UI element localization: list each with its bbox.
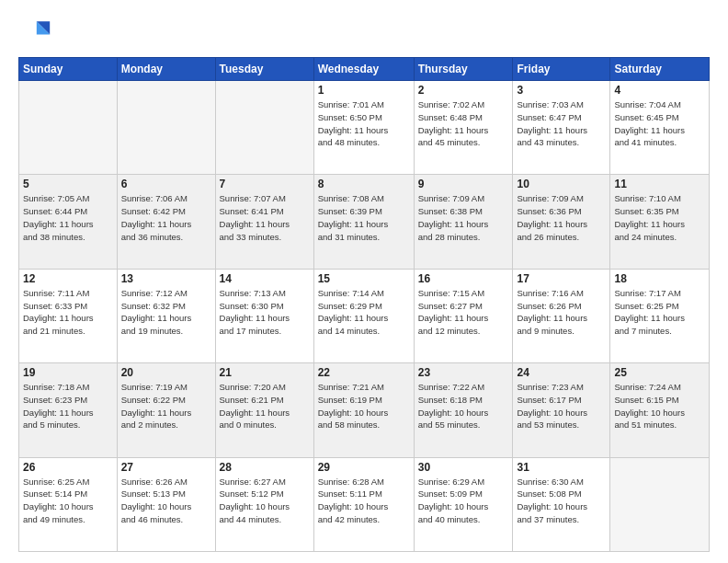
calendar-week-row: 1Sunrise: 7:01 AMSunset: 6:50 PMDaylight… [19, 81, 710, 175]
day-info: Sunrise: 7:15 AMSunset: 6:27 PMDaylight:… [418, 287, 509, 338]
calendar-cell: 17Sunrise: 7:16 AMSunset: 6:26 PMDayligh… [513, 269, 610, 362]
calendar-cell: 23Sunrise: 7:22 AMSunset: 6:18 PMDayligh… [414, 363, 513, 457]
day-number: 15 [318, 272, 410, 285]
day-info: Sunrise: 7:10 AMSunset: 6:35 PMDaylight:… [614, 192, 705, 243]
calendar-cell: 3Sunrise: 7:03 AMSunset: 6:47 PMDaylight… [513, 81, 610, 175]
calendar-cell: 2Sunrise: 7:02 AMSunset: 6:48 PMDaylight… [414, 81, 513, 175]
day-number: 21 [220, 366, 310, 379]
weekday-header-sunday: Sunday [19, 58, 118, 81]
logo-icon [18, 15, 51, 48]
day-info: Sunrise: 7:24 AMSunset: 6:15 PMDaylight:… [614, 381, 705, 431]
day-number: 16 [418, 272, 509, 285]
day-number: 23 [418, 366, 509, 379]
day-number: 8 [318, 178, 410, 190]
calendar-cell: 22Sunrise: 7:21 AMSunset: 6:19 PMDayligh… [313, 363, 414, 457]
weekday-header-wednesday: Wednesday [313, 58, 414, 81]
day-number: 28 [220, 461, 310, 474]
calendar-cell: 19Sunrise: 7:18 AMSunset: 6:23 PMDayligh… [19, 363, 118, 457]
day-info: Sunrise: 7:06 AMSunset: 6:42 PMDaylight:… [121, 192, 211, 243]
day-number: 6 [121, 178, 211, 190]
day-number: 19 [23, 366, 113, 379]
day-info: Sunrise: 6:28 AMSunset: 5:11 PMDaylight:… [318, 476, 410, 526]
day-info: Sunrise: 7:12 AMSunset: 6:32 PMDaylight:… [121, 287, 211, 338]
day-info: Sunrise: 7:07 AMSunset: 6:41 PMDaylight:… [220, 192, 310, 243]
day-info: Sunrise: 7:17 AMSunset: 6:25 PMDaylight:… [614, 287, 705, 338]
calendar-header-row: SundayMondayTuesdayWednesdayThursdayFrid… [19, 58, 710, 81]
day-info: Sunrise: 7:03 AMSunset: 6:47 PMDaylight:… [517, 98, 606, 149]
day-number: 13 [121, 272, 211, 285]
day-number: 29 [318, 461, 410, 474]
day-info: Sunrise: 6:30 AMSunset: 5:08 PMDaylight:… [517, 476, 606, 526]
calendar-cell: 26Sunrise: 6:25 AMSunset: 5:14 PMDayligh… [19, 457, 118, 551]
calendar-cell: 1Sunrise: 7:01 AMSunset: 6:50 PMDaylight… [313, 81, 414, 175]
day-number: 4 [614, 84, 705, 97]
day-info: Sunrise: 7:01 AMSunset: 6:50 PMDaylight:… [318, 98, 410, 149]
day-number: 10 [517, 178, 606, 190]
calendar-cell [610, 457, 710, 551]
calendar-cell: 25Sunrise: 7:24 AMSunset: 6:15 PMDayligh… [610, 363, 710, 457]
day-number: 25 [614, 366, 705, 379]
calendar-cell: 11Sunrise: 7:10 AMSunset: 6:35 PMDayligh… [610, 175, 710, 269]
day-info: Sunrise: 7:23 AMSunset: 6:17 PMDaylight:… [517, 381, 606, 431]
day-info: Sunrise: 7:14 AMSunset: 6:29 PMDaylight:… [318, 287, 410, 338]
day-info: Sunrise: 7:22 AMSunset: 6:18 PMDaylight:… [418, 381, 509, 431]
day-info: Sunrise: 7:20 AMSunset: 6:21 PMDaylight:… [220, 381, 310, 431]
weekday-header-monday: Monday [117, 58, 215, 81]
calendar-week-row: 26Sunrise: 6:25 AMSunset: 5:14 PMDayligh… [19, 457, 710, 551]
day-number: 26 [23, 461, 113, 474]
day-number: 9 [418, 178, 509, 190]
day-info: Sunrise: 7:18 AMSunset: 6:23 PMDaylight:… [23, 381, 113, 431]
day-number: 5 [23, 178, 113, 190]
day-info: Sunrise: 7:04 AMSunset: 6:45 PMDaylight:… [614, 98, 705, 149]
weekday-header-tuesday: Tuesday [215, 58, 313, 81]
day-info: Sunrise: 6:25 AMSunset: 5:14 PMDaylight:… [23, 476, 113, 526]
day-info: Sunrise: 6:29 AMSunset: 5:09 PMDaylight:… [418, 476, 509, 526]
day-number: 30 [418, 461, 509, 474]
calendar-week-row: 12Sunrise: 7:11 AMSunset: 6:33 PMDayligh… [19, 269, 710, 362]
calendar-cell: 18Sunrise: 7:17 AMSunset: 6:25 PMDayligh… [610, 269, 710, 362]
day-number: 22 [318, 366, 410, 379]
calendar-cell: 8Sunrise: 7:08 AMSunset: 6:39 PMDaylight… [313, 175, 414, 269]
day-info: Sunrise: 7:09 AMSunset: 6:36 PMDaylight:… [517, 192, 606, 243]
day-info: Sunrise: 7:09 AMSunset: 6:38 PMDaylight:… [418, 192, 509, 243]
calendar-cell: 24Sunrise: 7:23 AMSunset: 6:17 PMDayligh… [513, 363, 610, 457]
calendar-cell: 30Sunrise: 6:29 AMSunset: 5:09 PMDayligh… [414, 457, 513, 551]
header [18, 15, 710, 48]
day-number: 3 [517, 84, 606, 97]
calendar-cell: 27Sunrise: 6:26 AMSunset: 5:13 PMDayligh… [117, 457, 215, 551]
day-number: 27 [121, 461, 211, 474]
calendar-cell [19, 81, 118, 175]
day-number: 18 [614, 272, 705, 285]
day-number: 1 [318, 84, 410, 97]
calendar-cell: 20Sunrise: 7:19 AMSunset: 6:22 PMDayligh… [117, 363, 215, 457]
calendar-cell: 5Sunrise: 7:05 AMSunset: 6:44 PMDaylight… [19, 175, 118, 269]
calendar-table: SundayMondayTuesdayWednesdayThursdayFrid… [18, 57, 710, 552]
day-info: Sunrise: 7:16 AMSunset: 6:26 PMDaylight:… [517, 287, 606, 338]
day-info: Sunrise: 7:13 AMSunset: 6:30 PMDaylight:… [220, 287, 310, 338]
weekday-header-friday: Friday [513, 58, 610, 81]
calendar-cell: 21Sunrise: 7:20 AMSunset: 6:21 PMDayligh… [215, 363, 313, 457]
weekday-header-thursday: Thursday [414, 58, 513, 81]
calendar-cell: 31Sunrise: 6:30 AMSunset: 5:08 PMDayligh… [513, 457, 610, 551]
day-number: 7 [220, 178, 310, 190]
calendar-cell: 10Sunrise: 7:09 AMSunset: 6:36 PMDayligh… [513, 175, 610, 269]
logo [18, 15, 57, 48]
weekday-header-saturday: Saturday [610, 58, 710, 81]
calendar-cell: 7Sunrise: 7:07 AMSunset: 6:41 PMDaylight… [215, 175, 313, 269]
calendar-cell: 14Sunrise: 7:13 AMSunset: 6:30 PMDayligh… [215, 269, 313, 362]
day-number: 24 [517, 366, 606, 379]
calendar-cell: 4Sunrise: 7:04 AMSunset: 6:45 PMDaylight… [610, 81, 710, 175]
calendar-cell: 28Sunrise: 6:27 AMSunset: 5:12 PMDayligh… [215, 457, 313, 551]
day-number: 17 [517, 272, 606, 285]
page: SundayMondayTuesdayWednesdayThursdayFrid… [0, 0, 728, 563]
calendar-cell: 15Sunrise: 7:14 AMSunset: 6:29 PMDayligh… [313, 269, 414, 362]
day-info: Sunrise: 7:05 AMSunset: 6:44 PMDaylight:… [23, 192, 113, 243]
calendar-week-row: 5Sunrise: 7:05 AMSunset: 6:44 PMDaylight… [19, 175, 710, 269]
day-info: Sunrise: 7:08 AMSunset: 6:39 PMDaylight:… [318, 192, 410, 243]
calendar-cell: 16Sunrise: 7:15 AMSunset: 6:27 PMDayligh… [414, 269, 513, 362]
day-number: 2 [418, 84, 509, 97]
day-number: 20 [121, 366, 211, 379]
calendar-cell [215, 81, 313, 175]
day-info: Sunrise: 7:11 AMSunset: 6:33 PMDaylight:… [23, 287, 113, 338]
day-number: 14 [220, 272, 310, 285]
